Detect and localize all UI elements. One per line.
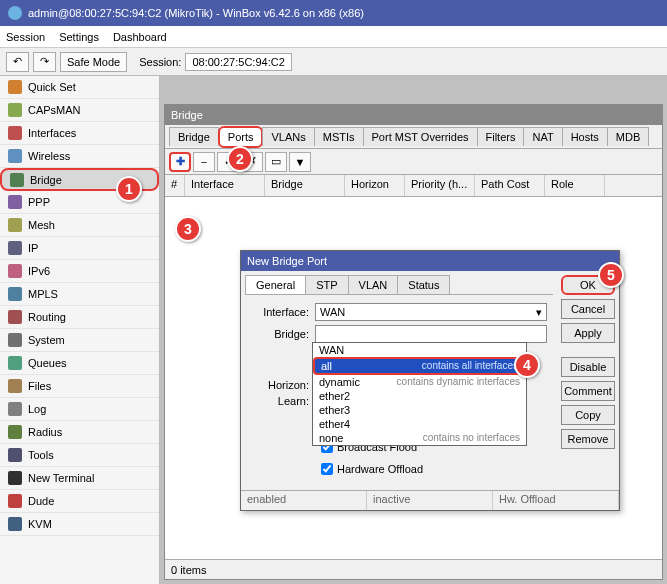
window-titlebar: admin@08:00:27:5C:94:C2 (MikroTik) - Win…: [0, 0, 667, 26]
annotation-5: 5: [598, 262, 624, 288]
sidebar-item-dude[interactable]: Dude: [0, 490, 159, 513]
annotation-1: 1: [116, 176, 142, 202]
tab-hosts[interactable]: Hosts: [562, 127, 608, 146]
sidebar-item-mpls[interactable]: MPLS: [0, 283, 159, 306]
dropdown-item-none[interactable]: nonecontains no interfaces: [313, 431, 526, 445]
bridge-window-title: Bridge: [165, 105, 662, 125]
dropdown-item-ether3[interactable]: ether3: [313, 403, 526, 417]
tab-mstis[interactable]: MSTIs: [314, 127, 364, 146]
apply-button[interactable]: Apply: [561, 323, 615, 343]
filter-button[interactable]: ▼: [289, 152, 311, 172]
sidebar-item-kvm[interactable]: KVM: [0, 513, 159, 536]
footer-enabled: enabled: [241, 491, 367, 510]
sidebar-item-new-terminal[interactable]: New Terminal: [0, 467, 159, 490]
bridge-label: Bridge:: [251, 328, 315, 340]
sidebar-icon: [8, 333, 22, 347]
sidebar-item-routing[interactable]: Routing: [0, 306, 159, 329]
sidebar-item-system[interactable]: System: [0, 329, 159, 352]
dropdown-item-ether2[interactable]: ether2: [313, 389, 526, 403]
dropdown-item-dynamic[interactable]: dynamiccontains dynamic interfaces: [313, 375, 526, 389]
sidebar-item-wireless[interactable]: Wireless: [0, 145, 159, 168]
disable-button[interactable]: Disable: [561, 357, 615, 377]
dialog-tabs: GeneralSTPVLANStatus: [245, 275, 553, 295]
sidebar-icon: [8, 379, 22, 393]
menubar: Session Settings Dashboard: [0, 26, 667, 48]
comment-button[interactable]: Comment: [561, 381, 615, 401]
sidebar-item-interfaces[interactable]: Interfaces: [0, 122, 159, 145]
sidebar-icon: [8, 448, 22, 462]
footer-hw: Hw. Offload: [493, 491, 619, 510]
sidebar-label: IPv6: [28, 265, 50, 277]
undo-button[interactable]: ↶: [6, 52, 29, 72]
sidebar-icon: [10, 173, 24, 187]
tab-filters[interactable]: Filters: [477, 127, 525, 146]
dialog-footer: enabled inactive Hw. Offload: [241, 490, 619, 510]
comment-button[interactable]: ▭: [265, 152, 287, 172]
hw-offload-checkbox[interactable]: Hardware Offload: [321, 463, 547, 475]
interface-field[interactable]: WAN▾: [315, 303, 547, 321]
sidebar-label: IP: [28, 242, 38, 254]
remove-button[interactable]: Remove: [561, 429, 615, 449]
sidebar-item-capsman[interactable]: CAPsMAN: [0, 99, 159, 122]
column-header[interactable]: Role: [545, 175, 605, 196]
tab-nat[interactable]: NAT: [523, 127, 562, 146]
add-button[interactable]: ✚: [169, 152, 191, 172]
sidebar-icon: [8, 425, 22, 439]
sidebar-label: Wireless: [28, 150, 70, 162]
remove-button[interactable]: −: [193, 152, 215, 172]
app-icon: [8, 6, 22, 20]
menu-session[interactable]: Session: [6, 31, 45, 43]
dropdown-item-all[interactable]: allcontains all interfaces: [313, 357, 526, 375]
menu-settings[interactable]: Settings: [59, 31, 99, 43]
dropdown-item-ether4[interactable]: ether4: [313, 417, 526, 431]
sidebar-icon: [8, 218, 22, 232]
bridge-dropdown[interactable]: WANallcontains all interfacesdynamiccont…: [312, 342, 527, 446]
tab-port-mst-overrides[interactable]: Port MST Overrides: [363, 127, 478, 146]
column-header[interactable]: Path Cost: [475, 175, 545, 196]
sidebar-label: KVM: [28, 518, 52, 530]
dropdown-item-WAN[interactable]: WAN: [313, 343, 526, 357]
dialog-tab-stp[interactable]: STP: [305, 275, 348, 294]
column-header[interactable]: #: [165, 175, 185, 196]
safe-mode-button[interactable]: Safe Mode: [60, 52, 127, 72]
column-header[interactable]: Bridge: [265, 175, 345, 196]
copy-button[interactable]: Copy: [561, 405, 615, 425]
sidebar-icon: [8, 517, 22, 531]
sidebar-icon: [8, 80, 22, 94]
tab-ports[interactable]: Ports: [218, 126, 264, 148]
sidebar-item-files[interactable]: Files: [0, 375, 159, 398]
annotation-2: 2: [227, 146, 253, 172]
sidebar-item-log[interactable]: Log: [0, 398, 159, 421]
sidebar-item-radius[interactable]: Radius: [0, 421, 159, 444]
sidebar-icon: [8, 103, 22, 117]
redo-button[interactable]: ↷: [33, 52, 56, 72]
dialog-tab-vlan[interactable]: VLAN: [348, 275, 399, 294]
sidebar-item-tools[interactable]: Tools: [0, 444, 159, 467]
sidebar-label: System: [28, 334, 65, 346]
session-field[interactable]: 08:00:27:5C:94:C2: [185, 53, 291, 71]
tab-bridge[interactable]: Bridge: [169, 127, 219, 146]
tab-vlans[interactable]: VLANs: [262, 127, 314, 146]
sidebar-label: Bridge: [30, 174, 62, 186]
sidebar-label: New Terminal: [28, 472, 94, 484]
sidebar-item-ipv6[interactable]: IPv6: [0, 260, 159, 283]
sidebar-item-queues[interactable]: Queues: [0, 352, 159, 375]
dialog-tab-status[interactable]: Status: [397, 275, 450, 294]
column-header[interactable]: Horizon: [345, 175, 405, 196]
sidebar-label: Interfaces: [28, 127, 76, 139]
sidebar-item-mesh[interactable]: Mesh: [0, 214, 159, 237]
sidebar-icon: [8, 402, 22, 416]
bridge-field[interactable]: [315, 325, 547, 343]
cancel-button[interactable]: Cancel: [561, 299, 615, 319]
menu-dashboard[interactable]: Dashboard: [113, 31, 167, 43]
learn-label: Learn:: [251, 395, 315, 407]
column-header[interactable]: Interface: [185, 175, 265, 196]
sidebar-icon: [8, 126, 22, 140]
tab-mdb[interactable]: MDB: [607, 127, 649, 146]
dialog-tab-general[interactable]: General: [245, 275, 306, 294]
column-header[interactable]: Priority (h...: [405, 175, 475, 196]
sidebar-label: Quick Set: [28, 81, 76, 93]
sidebar-label: Files: [28, 380, 51, 392]
sidebar-item-quick-set[interactable]: Quick Set: [0, 76, 159, 99]
sidebar-item-ip[interactable]: IP: [0, 237, 159, 260]
